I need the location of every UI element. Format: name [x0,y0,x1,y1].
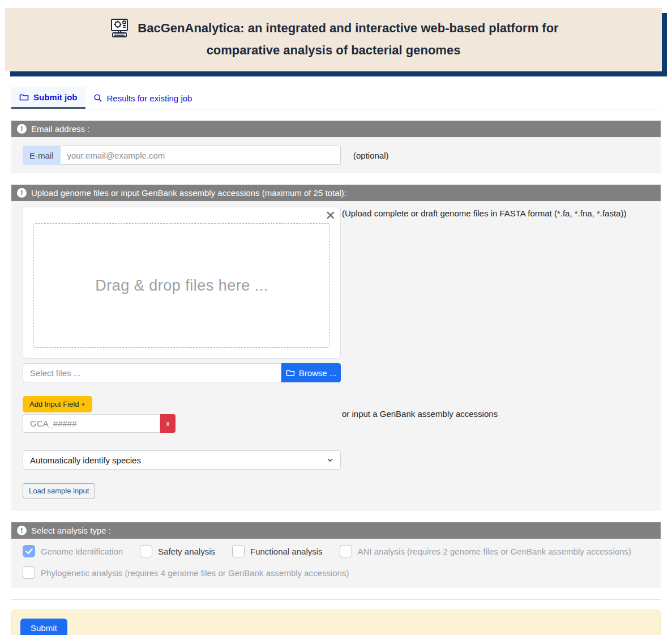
analysis-section-header: ! Select analysis type : [11,522,661,539]
chevron-down-icon [326,456,334,466]
checkbox-box[interactable] [232,545,245,557]
checkbox-label: Functional analysis [250,547,323,556]
tab-bar: Submit job Results for existing job [11,87,661,109]
species-select-value: Automatically identify species [30,455,141,465]
checkbox-box[interactable] [23,566,35,579]
analysis-type-section: ! Select analysis type : Genome identifi… [11,522,661,588]
dropzone-card: ✕ Drag & drop files here ... [23,207,341,359]
tab-submit-job-label: Submit job [33,92,78,102]
species-select[interactable]: Automatically identify species [23,450,341,470]
checkbox-label: ANI analysis (requires 2 genome files or… [358,547,632,556]
checkbox-label: Safety analysis [158,547,215,556]
email-field-label: E-mail [23,146,61,165]
tab-results-existing-job-label: Results for existing job [107,93,192,103]
folder-icon [19,93,29,101]
tab-results-existing-job[interactable]: Results for existing job [85,87,200,109]
dropzone[interactable]: Drag & drop files here ... [33,223,330,348]
checkbox-functional-analysis[interactable]: Functional analysis [232,545,323,557]
checkmark-icon [25,548,33,555]
upload-section-title: Upload genome files or input GenBank ass… [31,188,346,198]
email-input-group: E-mail [23,146,341,165]
checkbox-ani-analysis[interactable]: ANI analysis (requires 2 genome files or… [340,545,632,557]
load-sample-input-button[interactable]: Load sample input [23,483,95,498]
tab-submit-job[interactable]: Submit job [11,87,85,109]
email-section-title: Email address : [31,124,89,134]
email-section: ! Email address : E-mail (optional) [11,121,661,173]
browse-button-label: Browse ... [299,368,337,378]
search-icon [93,93,102,103]
checkbox-genome-identification[interactable]: Genome identification [23,545,123,557]
exclamation-icon: ! [17,124,27,134]
bioinformatics-computer-icon [108,17,131,40]
checkbox-box[interactable] [340,545,352,557]
email-field[interactable] [61,146,341,165]
checkbox-box[interactable] [140,545,152,557]
upload-section-header: ! Upload genome files or input GenBank a… [11,185,661,201]
exclamation-icon: ! [17,188,27,198]
add-input-field-button[interactable]: Add Input Field + [23,396,92,412]
checkbox-label: Phylogenetic analysis (requires 4 genome… [41,568,349,578]
page-title-line2: comparative analysis of bacterial genome… [19,40,648,61]
checkbox-label: Genome identification [41,547,123,556]
browse-button[interactable]: Browse ... [281,363,341,382]
fasta-format-note: (Upload complete or draft genome files i… [342,208,626,218]
submit-panel: Submit [11,610,661,635]
close-icon[interactable]: ✕ [326,210,336,222]
analysis-section-title: Select analysis type : [31,526,111,535]
remove-field-button[interactable]: x [160,414,176,433]
upload-section: ! Upload genome files or input GenBank a… [11,185,661,511]
divider [11,599,661,600]
select-files-input[interactable] [23,363,281,382]
email-section-header: ! Email address : [11,121,661,137]
app-header: BacGenAnalytica: an integrated and inter… [5,8,662,71]
dropzone-text: Drag & drop files here ... [95,277,268,295]
page-title-line1: BacGenAnalytica: an integrated and inter… [138,18,558,39]
accession-input[interactable] [23,414,160,433]
email-optional-note: (optional) [353,151,389,160]
checkbox-phylogenetic-analysis[interactable]: Phylogenetic analysis (requires 4 genome… [23,566,349,579]
checkbox-box[interactable] [23,545,35,557]
folder-icon [286,369,295,377]
genbank-accession-note: or input a GenBank assembly accessions [342,409,498,419]
exclamation-icon: ! [17,526,27,535]
submit-button[interactable]: Submit [20,619,67,635]
checkbox-safety-analysis[interactable]: Safety analysis [140,545,215,557]
